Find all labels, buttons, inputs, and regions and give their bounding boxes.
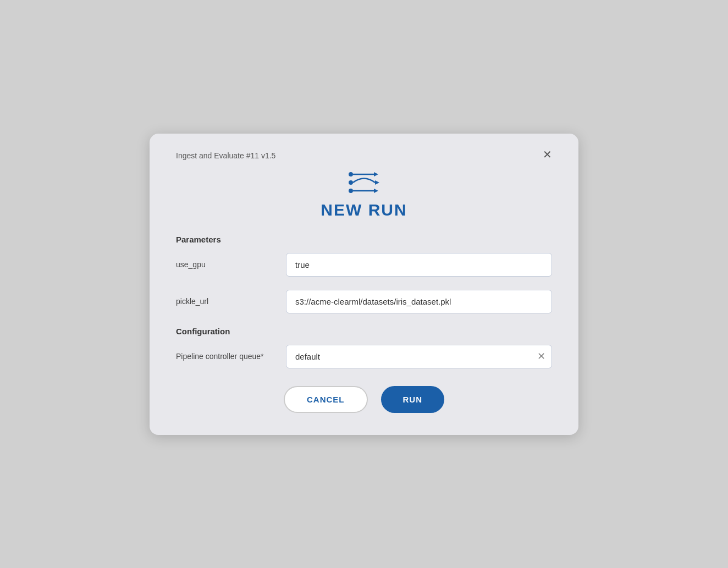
dialog-icon-area — [176, 169, 552, 196]
use-gpu-field-row: use_gpu — [176, 253, 552, 277]
close-button[interactable]: ✕ — [543, 149, 552, 160]
pipeline-queue-field-row: Pipeline controller queue* ✕ — [176, 345, 552, 368]
svg-marker-4 — [375, 180, 379, 185]
dialog-heading: NEW RUN — [176, 201, 552, 219]
pipeline-icon — [348, 169, 380, 196]
close-icon: ✕ — [543, 148, 552, 161]
pipeline-queue-input-wrapper: ✕ — [286, 345, 552, 368]
pipeline-queue-label: Pipeline controller queue* — [176, 352, 286, 361]
svg-marker-7 — [374, 189, 378, 193]
clear-queue-button[interactable]: ✕ — [537, 351, 545, 361]
configuration-section-label: Configuration — [176, 327, 552, 336]
svg-point-5 — [349, 189, 353, 193]
pickle-url-label: pickle_url — [176, 297, 286, 306]
configuration-section: Configuration Pipeline controller queue*… — [176, 327, 552, 368]
use-gpu-label: use_gpu — [176, 260, 286, 269]
svg-point-3 — [349, 180, 353, 185]
svg-marker-2 — [374, 172, 378, 177]
title-bar: Ingest and Evaluate #11 v1.5 ✕ — [176, 151, 552, 160]
svg-point-0 — [349, 172, 353, 177]
pipeline-queue-input[interactable] — [286, 345, 552, 368]
pickle-url-field-row: pickle_url — [176, 290, 552, 313]
use-gpu-input[interactable] — [286, 253, 552, 277]
window-title: Ingest and Evaluate #11 v1.5 — [176, 151, 275, 160]
pickle-url-input[interactable] — [286, 290, 552, 313]
dialog-container: Ingest and Evaluate #11 v1.5 ✕ NEW RUN P… — [150, 134, 578, 435]
button-row: CANCEL RUN — [176, 386, 552, 413]
cancel-button[interactable]: CANCEL — [284, 386, 368, 413]
run-button[interactable]: RUN — [381, 386, 445, 413]
clear-icon: ✕ — [537, 351, 545, 362]
parameters-section-label: Parameters — [176, 235, 552, 244]
